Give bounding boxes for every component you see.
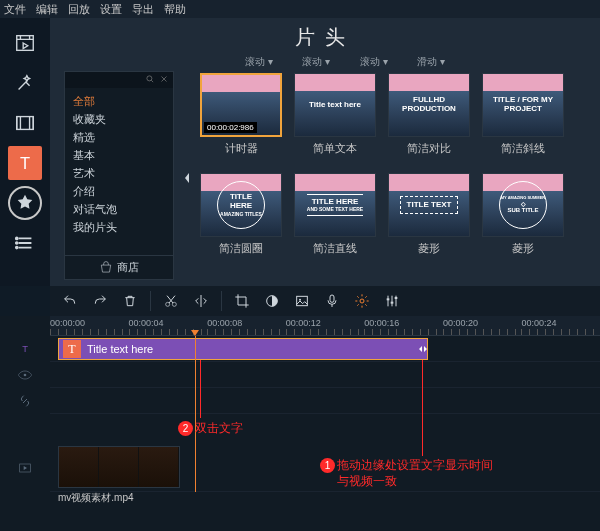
title-track[interactable]: T Title text here bbox=[50, 336, 600, 362]
preset-label: 简洁斜线 bbox=[501, 141, 545, 156]
track-eye-icon[interactable] bbox=[0, 362, 50, 388]
svg-rect-16 bbox=[395, 297, 398, 299]
sort-tab[interactable]: 滑动 ▾ bbox=[417, 55, 445, 69]
preset-label: 简单文本 bbox=[313, 141, 357, 156]
redo-button[interactable] bbox=[88, 289, 112, 313]
cut-button[interactable] bbox=[159, 289, 183, 313]
title-preset[interactable]: Title text here简单文本 bbox=[292, 73, 378, 165]
svg-rect-12 bbox=[330, 295, 334, 302]
stickers-tab[interactable] bbox=[8, 186, 42, 220]
category-item[interactable]: 艺术 bbox=[73, 164, 165, 182]
time-ruler[interactable]: 00:00:0000:00:0400:00:0800:00:1200:00:16… bbox=[50, 316, 600, 336]
category-item[interactable]: 基本 bbox=[73, 146, 165, 164]
title-preset[interactable]: TITLE HEREAMAZING TITLES简洁圆圈 bbox=[198, 173, 284, 265]
title-preset[interactable]: TITLE / FOR MY PROJECT简洁斜线 bbox=[480, 73, 566, 165]
svg-rect-15 bbox=[391, 302, 394, 304]
store-button[interactable]: 商店 bbox=[65, 255, 173, 279]
sort-tab[interactable]: 滚动 ▾ bbox=[360, 55, 388, 69]
annotation-2: 2双击文字 bbox=[178, 420, 243, 437]
effects-tab[interactable] bbox=[8, 66, 42, 100]
ruler-time: 00:00:04 bbox=[129, 318, 164, 328]
empty-track[interactable] bbox=[50, 388, 600, 414]
category-item[interactable]: 对话气泡 bbox=[73, 200, 165, 218]
contrast-button[interactable] bbox=[260, 289, 284, 313]
trash-button[interactable] bbox=[118, 289, 142, 313]
titles-grid: 00:00:02:986计时器Title text here简单文本FULLHD… bbox=[194, 69, 600, 286]
category-item[interactable]: 精选 bbox=[73, 128, 165, 146]
annotation-1: 1拖动边缘处设置文字显示时间 与视频一致 bbox=[320, 458, 493, 489]
mic-button[interactable] bbox=[320, 289, 344, 313]
menu-edit[interactable]: 编辑 bbox=[36, 2, 58, 17]
menubar: 文件 编辑 回放 设置 导出 帮助 bbox=[0, 0, 600, 18]
sort-tab[interactable]: 滚动 ▾ bbox=[245, 55, 273, 69]
timeline: 00:00:0000:00:0400:00:0800:00:1200:00:16… bbox=[0, 316, 600, 531]
undo-button[interactable] bbox=[58, 289, 82, 313]
svg-point-3 bbox=[16, 238, 18, 240]
svg-point-5 bbox=[16, 247, 18, 249]
ruler-time: 00:00:08 bbox=[207, 318, 242, 328]
preset-label: 简洁圆圈 bbox=[219, 241, 263, 256]
transitions-tab[interactable] bbox=[8, 106, 42, 140]
video-clip[interactable] bbox=[58, 446, 180, 488]
title-preset[interactable]: TITLE HEREAND SOME TEXT HERE简洁直线 bbox=[292, 173, 378, 265]
title-preset[interactable]: MY AMAZING SUMMER◇SUB TITLE菱形 bbox=[480, 173, 566, 265]
ruler-time: 00:00:16 bbox=[364, 318, 399, 328]
collapse-icon[interactable] bbox=[180, 69, 194, 286]
section-title: 片头 bbox=[50, 18, 600, 55]
search-icon[interactable] bbox=[145, 74, 155, 86]
split-button[interactable] bbox=[189, 289, 213, 313]
preset-label: 计时器 bbox=[225, 141, 258, 156]
category-item[interactable]: 全部 bbox=[73, 92, 165, 110]
menu-settings[interactable]: 设置 bbox=[100, 2, 122, 17]
track-link-icon[interactable] bbox=[0, 388, 50, 414]
title-preset[interactable]: TITLE TEXT菱形 bbox=[386, 173, 472, 265]
ruler-time: 00:00:12 bbox=[286, 318, 321, 328]
sidebar: T bbox=[0, 18, 50, 286]
title-clip-text: Title text here bbox=[87, 343, 153, 355]
more-tab[interactable] bbox=[8, 226, 42, 260]
preset-label: 菱形 bbox=[418, 241, 440, 256]
equalizer-button[interactable] bbox=[380, 289, 404, 313]
menu-file[interactable]: 文件 bbox=[4, 2, 26, 17]
title-preset[interactable]: FULLHD PRODUCTION简洁对比 bbox=[386, 73, 472, 165]
title-clip[interactable]: T Title text here bbox=[58, 338, 428, 360]
crop-button[interactable] bbox=[230, 289, 254, 313]
close-icon[interactable] bbox=[159, 74, 169, 86]
empty-track[interactable] bbox=[50, 362, 600, 388]
category-item[interactable]: 我的片头 bbox=[73, 218, 165, 236]
svg-point-18 bbox=[24, 374, 27, 377]
category-item[interactable]: 介绍 bbox=[73, 182, 165, 200]
category-item[interactable]: 收藏夹 bbox=[73, 110, 165, 128]
video-clip-filename: mv视频素材.mp4 bbox=[58, 491, 134, 505]
svg-point-6 bbox=[147, 76, 152, 81]
preset-label: 简洁对比 bbox=[407, 141, 451, 156]
svg-rect-10 bbox=[297, 296, 308, 305]
sort-tabs: 滚动 ▾ 滚动 ▾ 滚动 ▾ 滑动 ▾ bbox=[50, 55, 600, 69]
image-button[interactable] bbox=[290, 289, 314, 313]
media-tab[interactable] bbox=[8, 26, 42, 60]
playhead[interactable] bbox=[195, 336, 196, 492]
menu-help[interactable]: 帮助 bbox=[164, 2, 186, 17]
preset-label: 菱形 bbox=[512, 241, 534, 256]
menu-export[interactable]: 导出 bbox=[132, 2, 154, 17]
gear-button[interactable] bbox=[350, 289, 374, 313]
svg-rect-1 bbox=[17, 117, 34, 130]
clip-resize-handle[interactable] bbox=[419, 339, 427, 359]
preset-label: 简洁直线 bbox=[313, 241, 357, 256]
sort-tab[interactable]: 滚动 ▾ bbox=[302, 55, 330, 69]
timeline-toolbar bbox=[50, 286, 600, 316]
svg-text:T: T bbox=[22, 344, 28, 354]
menu-playback[interactable]: 回放 bbox=[68, 2, 90, 17]
track-video-icon[interactable] bbox=[0, 444, 50, 492]
svg-text:T: T bbox=[20, 154, 30, 172]
track-text-icon[interactable]: T bbox=[0, 336, 50, 362]
ruler-time: 00:00:00 bbox=[50, 318, 85, 328]
title-clip-icon: T bbox=[63, 340, 81, 358]
category-list: 全部收藏夹精选基本艺术介绍对话气泡我的片头 bbox=[65, 88, 173, 255]
svg-point-13 bbox=[360, 299, 364, 303]
svg-rect-14 bbox=[387, 298, 390, 300]
titles-tab[interactable]: T bbox=[8, 146, 42, 180]
title-preset[interactable]: 00:00:02:986计时器 bbox=[198, 73, 284, 165]
svg-point-4 bbox=[16, 242, 18, 244]
ruler-time: 00:00:24 bbox=[521, 318, 556, 328]
